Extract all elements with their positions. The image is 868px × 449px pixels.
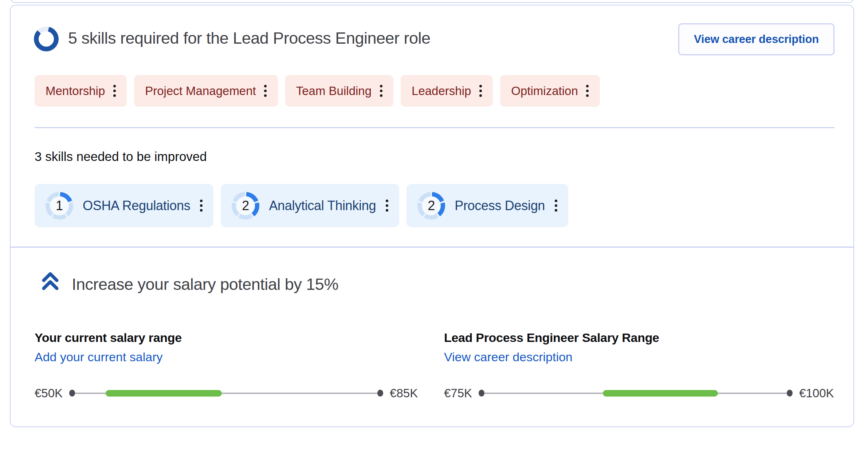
target-salary-heading: Lead Process Engineer Salary Range [444, 331, 852, 345]
skill-level-ring-icon: 2 [232, 192, 259, 220]
skill-level-value: 1 [50, 196, 69, 215]
skills-title: 5 skills required for the Lead Process E… [68, 29, 431, 48]
salary-min-label: €50K [35, 386, 63, 400]
target-salary-slider: €75K €100K [444, 386, 834, 400]
skill-chip-team-building: Team Building [285, 75, 393, 107]
target-salary-column: Lead Process Engineer Salary Range View … [444, 331, 852, 364]
improve-chip-analytical-thinking: 2 Analytical Thinking [221, 184, 399, 227]
skill-chip-label: Project Management [145, 84, 256, 98]
improve-skills-heading: 3 skills needed to be improved [35, 149, 207, 164]
skill-chip-leadership: Leadership [401, 75, 493, 107]
skill-level-ring-icon: 1 [46, 192, 73, 220]
kebab-menu-icon[interactable] [200, 197, 203, 214]
slider-min-dot [479, 390, 484, 397]
kebab-menu-icon[interactable] [113, 83, 116, 99]
salary-max-label: €85K [390, 386, 418, 400]
improve-chip-label: Process Design [455, 198, 545, 213]
current-salary-column: Your current salary range Add your curre… [35, 331, 428, 364]
skill-chip-project-management: Project Management [134, 75, 278, 107]
skill-level-value: 2 [236, 196, 255, 215]
skill-chip-optimization: Optimization [500, 75, 600, 107]
improve-chip-osha-regulations: 1 OSHA Regulations [35, 184, 213, 227]
view-career-description-link[interactable]: View career description [444, 350, 573, 364]
kebab-menu-icon[interactable] [385, 197, 388, 214]
skill-chip-label: Mentorship [46, 84, 105, 98]
skill-chip-label: Optimization [511, 84, 578, 98]
salary-min-label: €75K [444, 386, 472, 400]
page: 5 skills required for the Lead Process E… [0, 0, 868, 449]
improve-chip-process-design: 2 Process Design [406, 184, 568, 227]
kebab-menu-icon[interactable] [554, 197, 557, 214]
improve-skills-row: 1 OSHA Regulations 2 Analytical Thinking… [35, 184, 568, 227]
skill-level-ring-icon: 2 [417, 192, 445, 220]
kebab-menu-icon[interactable] [586, 83, 589, 99]
slider-min-dot [69, 390, 75, 397]
skill-chip-mentorship: Mentorship [35, 75, 127, 107]
salary-range-fill [603, 390, 718, 397]
skills-salary-card: 5 skills required for the Lead Process E… [10, 5, 854, 427]
slider-max-dot [377, 390, 383, 397]
salary-section-divider [11, 247, 853, 248]
kebab-menu-icon[interactable] [380, 83, 382, 99]
skill-chip-label: Team Building [296, 84, 372, 98]
collapse-chevrons-up-icon[interactable] [41, 271, 59, 291]
skill-level-value: 2 [422, 196, 441, 215]
previous-card-edge [10, 0, 854, 3]
current-salary-heading: Your current salary range [35, 331, 428, 345]
kebab-menu-icon[interactable] [264, 83, 267, 99]
salary-range-track [71, 393, 381, 394]
salary-range-track [481, 393, 790, 394]
improve-chip-label: OSHA Regulations [83, 198, 190, 213]
current-salary-slider: €50K €85K [35, 386, 418, 400]
skills-progress-ring-icon [34, 27, 59, 51]
add-current-salary-link[interactable]: Add your current salary [35, 350, 163, 364]
slider-max-dot [787, 390, 793, 397]
view-career-description-button[interactable]: View career description [678, 23, 834, 55]
kebab-menu-icon[interactable] [479, 83, 482, 99]
salary-section-title: Increase your salary potential by 15% [72, 275, 338, 294]
salary-max-label: €100K [799, 386, 834, 400]
improve-chip-label: Analytical Thinking [269, 198, 376, 213]
skill-chip-label: Leadership [412, 84, 471, 98]
salary-range-fill [106, 390, 222, 397]
section-divider [35, 127, 834, 128]
required-skills-row: Mentorship Project Management Team Build… [35, 75, 600, 107]
